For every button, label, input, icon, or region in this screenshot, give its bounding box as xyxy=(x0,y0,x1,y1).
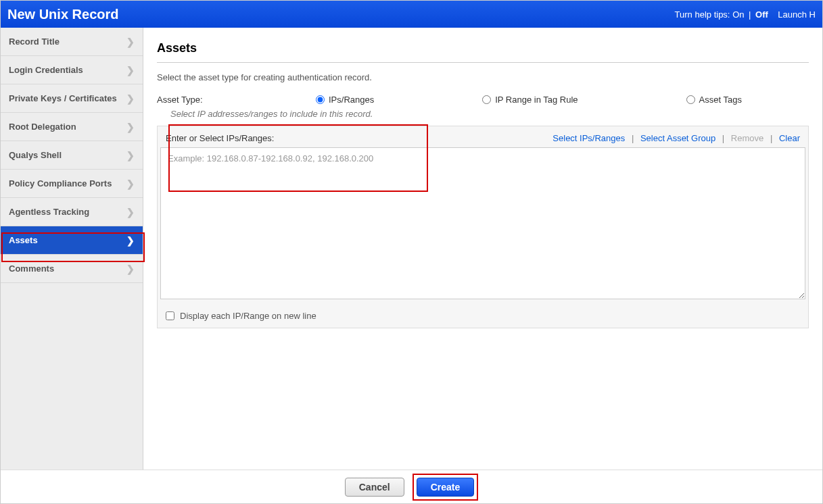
sidebar-item-private-keys[interactable]: Private Keys / Certificates ❯ xyxy=(1,84,143,113)
radio-asset-tags-input[interactable] xyxy=(686,95,695,104)
sidebar-item-assets[interactable]: Assets ❯ xyxy=(1,226,143,255)
sidebar-item-label: Private Keys / Certificates xyxy=(9,93,117,103)
chevron-right-icon: ❯ xyxy=(126,178,135,189)
radio-ips-ranges-input[interactable] xyxy=(316,95,325,104)
asset-type-label: Asset Type: xyxy=(157,95,316,105)
sidebar-item-label: Policy Compliance Ports xyxy=(9,178,112,188)
chevron-right-icon: ❯ xyxy=(126,235,135,246)
sidebar-item-agentless-tracking[interactable]: Agentless Tracking ❯ xyxy=(1,198,143,226)
ips-textarea[interactable] xyxy=(160,147,805,299)
divider xyxy=(157,62,809,63)
help-tips-on[interactable]: On xyxy=(732,9,744,20)
enter-ips-label: Enter or Select IPs/Ranges: xyxy=(166,133,274,143)
radio-ips-ranges[interactable]: IPs/Ranges xyxy=(316,95,374,105)
chevron-right-icon: ❯ xyxy=(126,150,135,161)
main-panel: Assets Select the asset type for creatin… xyxy=(143,28,822,470)
sidebar-item-qualys-shell[interactable]: Qualys Shell ❯ xyxy=(1,141,143,170)
sidebar-item-record-title[interactable]: Record Title ❯ xyxy=(1,28,143,56)
radio-asset-tags[interactable]: Asset Tags xyxy=(686,95,742,105)
radio-label: IP Range in Tag Rule xyxy=(495,95,578,105)
create-button[interactable]: Create xyxy=(417,478,475,497)
sidebar-item-label: Qualys Shell xyxy=(9,150,62,160)
sidebar-item-label: Root Delegation xyxy=(9,122,76,132)
highlight-box: Create xyxy=(413,474,479,501)
sidebar-item-login-credentials[interactable]: Login Credentials ❯ xyxy=(1,56,143,84)
chevron-right-icon: ❯ xyxy=(126,207,135,218)
sidebar-item-policy-compliance[interactable]: Policy Compliance Ports ❯ xyxy=(1,170,143,198)
window-title: New Unix Record xyxy=(7,7,118,22)
sidebar-item-root-delegation[interactable]: Root Delegation ❯ xyxy=(1,113,143,141)
radio-label: IPs/Ranges xyxy=(329,95,374,105)
chevron-right-icon: ❯ xyxy=(126,36,135,47)
chevron-right-icon: ❯ xyxy=(126,65,135,76)
radio-ip-range-tag-rule[interactable]: IP Range in Tag Rule xyxy=(482,95,578,105)
ip-action-links: Select IPs/Ranges | Select Asset Group |… xyxy=(552,133,800,143)
sidebar-item-label: Login Credentials xyxy=(9,65,83,75)
select-ips-link[interactable]: Select IPs/Ranges xyxy=(552,133,625,143)
footer: Cancel Create xyxy=(1,470,822,503)
remove-link: Remove xyxy=(731,133,763,143)
chevron-right-icon: ❯ xyxy=(126,263,135,274)
header-bar: New Unix Record Turn help tips: On | Off… xyxy=(1,1,822,28)
launch-help-link[interactable]: Launch H xyxy=(778,9,816,20)
header-right: Turn help tips: On | Off Launch H xyxy=(675,9,816,20)
asset-type-hint: Select IP addresses/ranges to include in… xyxy=(170,109,809,119)
sidebar-item-label: Assets xyxy=(9,235,38,245)
sidebar-item-label: Comments xyxy=(9,263,54,274)
select-asset-group-link[interactable]: Select Asset Group xyxy=(640,133,715,143)
radio-label: Asset Tags xyxy=(699,95,742,105)
cancel-button[interactable]: Cancel xyxy=(345,478,404,497)
ip-section: Enter or Select IPs/Ranges: Select IPs/R… xyxy=(157,126,809,328)
display-each-checkbox[interactable] xyxy=(166,311,174,320)
help-tips-label: Turn help tips: xyxy=(675,9,730,20)
sidebar-item-comments[interactable]: Comments ❯ xyxy=(1,255,143,283)
chevron-right-icon: ❯ xyxy=(126,122,135,132)
chevron-right-icon: ❯ xyxy=(126,93,135,104)
clear-link[interactable]: Clear xyxy=(779,133,800,143)
page-title: Assets xyxy=(157,41,809,55)
sidebar-item-label: Record Title xyxy=(9,36,60,47)
sidebar: Record Title ❯ Login Credentials ❯ Priva… xyxy=(1,28,143,470)
display-each-label: Display each IP/Range on new line xyxy=(180,311,316,321)
sidebar-item-label: Agentless Tracking xyxy=(9,207,89,217)
radio-tag-rule-input[interactable] xyxy=(482,95,491,104)
page-intro: Select the asset type for creating authe… xyxy=(157,72,809,82)
help-tips-off[interactable]: Off xyxy=(755,9,768,20)
